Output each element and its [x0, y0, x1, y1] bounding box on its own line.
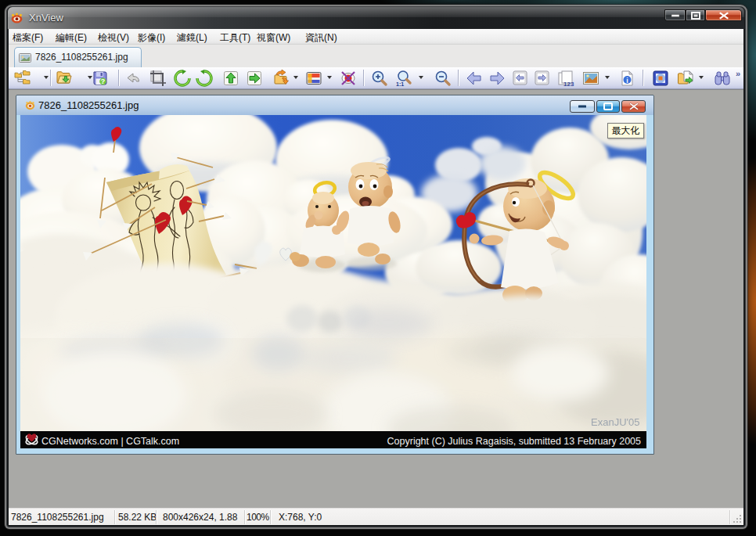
svg-text:CGNetworks.com | CGTalk.com: CGNetworks.com | CGTalk.com	[41, 436, 179, 447]
svg-text:i: i	[626, 77, 628, 85]
svg-text:Copyright (C) Julius Ragaisis,: Copyright (C) Julius Ragaisis, submitted…	[387, 436, 641, 447]
svg-text:1:1: 1:1	[396, 81, 404, 87]
svg-text:123: 123	[563, 81, 574, 88]
svg-text:ExanJU'05: ExanJU'05	[591, 416, 639, 428]
svg-text:?: ?	[101, 77, 106, 85]
